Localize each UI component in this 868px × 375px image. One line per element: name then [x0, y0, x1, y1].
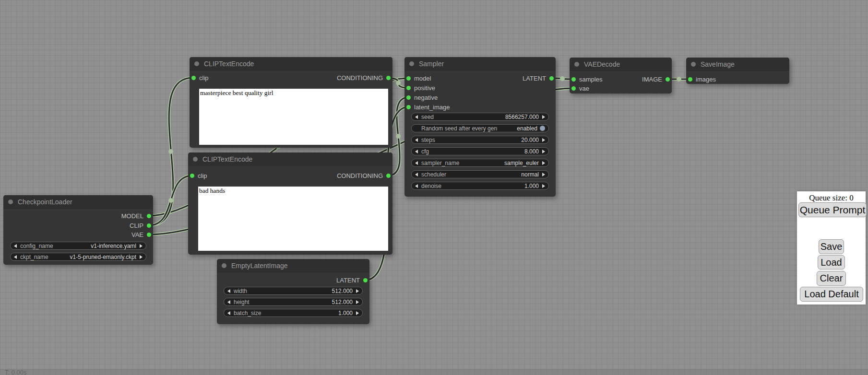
save-button[interactable]: Save	[819, 239, 844, 254]
output-slot-conditioning[interactable]: CONDITIONING	[337, 74, 391, 82]
decrement-arrow-icon[interactable]	[227, 300, 230, 304]
input-slot-latent-image[interactable]: latent_image	[406, 103, 450, 111]
widget-denoise[interactable]: denoise 1.000	[411, 182, 549, 190]
collapse-dot-icon[interactable]	[574, 62, 579, 67]
input-slot-model[interactable]: model	[406, 74, 431, 82]
widget-name: batch_size	[234, 310, 261, 316]
prompt-textarea[interactable]: masterpiece best quality girl	[199, 89, 388, 145]
decrement-arrow-icon[interactable]	[227, 311, 230, 315]
increment-arrow-icon[interactable]	[356, 289, 359, 293]
output-slot-icon[interactable]	[147, 233, 151, 237]
node-clip-text-encode-positive[interactable]: CLIPTextEncode clip CONDITIONING masterp…	[190, 57, 392, 148]
decrement-arrow-icon[interactable]	[415, 184, 418, 188]
output-slot-image[interactable]: IMAGE	[642, 75, 670, 83]
increment-arrow-icon[interactable]	[542, 138, 545, 142]
input-slot-clip[interactable]: clip	[191, 74, 209, 82]
increment-arrow-icon[interactable]	[356, 300, 359, 304]
increment-arrow-icon[interactable]	[542, 184, 545, 188]
collapse-dot-icon[interactable]	[193, 157, 198, 162]
increment-arrow-icon[interactable]	[140, 255, 143, 259]
increment-arrow-icon[interactable]	[542, 115, 545, 119]
decrement-arrow-icon[interactable]	[415, 173, 418, 176]
widget-scheduler[interactable]: scheduler normal	[411, 170, 549, 178]
node-vae-decode[interactable]: VAEDecode samples vae IMAGE	[570, 58, 672, 94]
prompt-textarea[interactable]: bad hands	[198, 187, 388, 251]
clear-button[interactable]: Clear	[817, 271, 846, 286]
input-slot-clip[interactable]: clip	[190, 172, 207, 179]
widget-steps[interactable]: steps 20.000	[411, 136, 549, 144]
load-default-button[interactable]: Load Default	[800, 287, 863, 302]
output-slot-clip[interactable]: CLIP	[130, 222, 151, 229]
input-slot-icon[interactable]	[571, 86, 576, 91]
output-slot-icon[interactable]	[666, 77, 670, 82]
widget-random-seed-toggle[interactable]: Random seed after every gen enabled	[411, 124, 549, 132]
decrement-arrow-icon[interactable]	[415, 150, 418, 153]
widget-ckpt-name[interactable]: ckpt_name v1-5-pruned-emaonly.ckpt	[10, 253, 146, 261]
output-slot-vae[interactable]: VAE	[131, 231, 151, 238]
collapse-dot-icon[interactable]	[8, 199, 13, 204]
node-title-bar[interactable]: Sampler	[404, 57, 556, 70]
decrement-arrow-icon[interactable]	[227, 289, 230, 293]
collapse-dot-icon[interactable]	[222, 263, 226, 268]
node-title-bar[interactable]: SaveImage	[686, 58, 789, 71]
input-slot-negative[interactable]: negative	[406, 94, 438, 101]
input-slot-icon[interactable]	[406, 76, 411, 81]
output-slot-conditioning[interactable]: CONDITIONING	[337, 172, 391, 179]
decrement-arrow-icon[interactable]	[14, 244, 17, 248]
node-title-bar[interactable]: CheckpointLoader	[3, 195, 153, 209]
output-slot-icon[interactable]	[386, 76, 391, 80]
toggle-icon[interactable]	[540, 126, 545, 131]
node-title-bar[interactable]: EmptyLatentImage	[217, 259, 369, 272]
increment-arrow-icon[interactable]	[356, 311, 359, 315]
node-graph-canvas[interactable]: CheckpointLoader MODEL CLIP VAE config_n…	[0, 0, 868, 375]
input-slot-samples[interactable]: samples	[571, 75, 602, 83]
decrement-arrow-icon[interactable]	[415, 115, 418, 119]
widget-cfg[interactable]: cfg 8.000	[411, 147, 549, 155]
node-title-bar[interactable]: CLIPTextEncode	[188, 152, 392, 166]
increment-arrow-icon[interactable]	[140, 244, 143, 248]
output-slot-model[interactable]: MODEL	[121, 212, 151, 220]
input-slot-icon[interactable]	[406, 95, 411, 100]
output-slot-icon[interactable]	[147, 214, 151, 218]
widget-config-name[interactable]: config_name v1-inference.yaml	[10, 242, 146, 250]
node-empty-latent-image[interactable]: EmptyLatentImage LATENT width 512.000 he…	[217, 259, 369, 324]
collapse-dot-icon[interactable]	[194, 61, 199, 66]
increment-arrow-icon[interactable]	[542, 173, 545, 176]
input-slot-icon[interactable]	[406, 86, 411, 90]
input-slot-icon[interactable]	[191, 76, 196, 80]
increment-arrow-icon[interactable]	[542, 150, 545, 153]
decrement-arrow-icon[interactable]	[415, 161, 418, 165]
input-slot-icon[interactable]	[688, 77, 692, 82]
load-button[interactable]: Load	[818, 255, 845, 270]
widget-width[interactable]: width 512.000	[224, 287, 363, 295]
node-checkpoint-loader[interactable]: CheckpointLoader MODEL CLIP VAE config_n…	[3, 195, 153, 265]
input-slot-vae[interactable]: vae	[571, 84, 589, 92]
node-clip-text-encode-negative[interactable]: CLIPTextEncode clip CONDITIONING bad han…	[188, 152, 392, 255]
output-slot-label: LATENT	[336, 277, 360, 284]
widget-seed[interactable]: seed 8566257.000	[411, 113, 549, 121]
output-slot-latent[interactable]: LATENT	[523, 74, 554, 82]
collapse-dot-icon[interactable]	[691, 62, 696, 67]
node-sampler[interactable]: Sampler model positive negative latent_i…	[404, 57, 556, 197]
output-slot-icon[interactable]	[549, 76, 554, 81]
node-title-bar[interactable]: CLIPTextEncode	[190, 57, 392, 70]
decrement-arrow-icon[interactable]	[14, 255, 17, 259]
node-save-image[interactable]: SaveImage images	[686, 58, 789, 84]
output-slot-icon[interactable]	[363, 278, 368, 282]
output-slot-icon[interactable]	[147, 223, 151, 228]
input-slot-images[interactable]: images	[688, 75, 716, 83]
input-slot-icon[interactable]	[190, 174, 194, 178]
increment-arrow-icon[interactable]	[542, 161, 545, 165]
widget-batch-size[interactable]: batch_size 1.000	[224, 309, 363, 317]
input-slot-icon[interactable]	[406, 105, 411, 109]
decrement-arrow-icon[interactable]	[415, 138, 418, 142]
input-slot-positive[interactable]: positive	[406, 84, 435, 92]
widget-sampler-name[interactable]: sampler_name sample_euler	[411, 159, 549, 167]
collapse-dot-icon[interactable]	[409, 61, 414, 66]
queue-prompt-button[interactable]: Queue Prompt	[798, 202, 867, 217]
output-slot-latent[interactable]: LATENT	[336, 276, 368, 284]
node-title-bar[interactable]: VAEDecode	[570, 58, 672, 71]
input-slot-icon[interactable]	[571, 77, 576, 82]
output-slot-icon[interactable]	[386, 174, 391, 178]
widget-height[interactable]: height 512.000	[224, 298, 363, 306]
